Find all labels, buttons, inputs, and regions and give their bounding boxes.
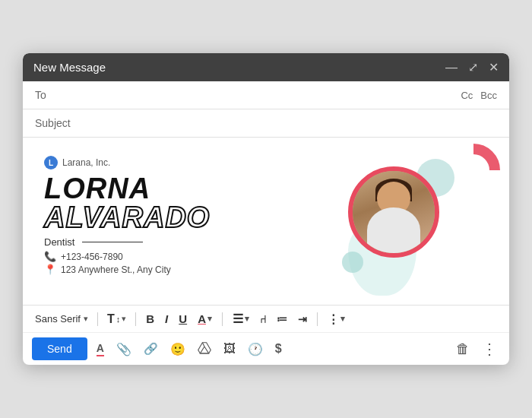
- font-size-button[interactable]: T ↕ ▾: [104, 311, 129, 328]
- titlebar: New Message — ⤢ ✕: [23, 53, 509, 81]
- bullet-list-button[interactable]: ≔: [273, 312, 291, 327]
- subject-label: Subject: [35, 117, 73, 129]
- bcc-button[interactable]: Bcc: [480, 90, 497, 101]
- more-options-icon: ⋮: [482, 340, 497, 357]
- brand-name: Larana, Inc.: [62, 157, 110, 168]
- send-button[interactable]: Send: [32, 337, 87, 360]
- location-icon: 📍: [44, 264, 56, 275]
- photo-icon: 🖼: [223, 342, 236, 356]
- clock-button[interactable]: 🕐: [245, 339, 266, 359]
- numbered-list-button[interactable]: ⑁: [256, 312, 270, 327]
- dollar-button[interactable]: $: [272, 339, 285, 359]
- format-toolbar: Sans Serif ▾ T ↕ ▾ B I U: [23, 306, 509, 333]
- divider-4: [317, 312, 318, 326]
- italic-label: I: [165, 312, 168, 325]
- align-chevron: ▾: [245, 314, 249, 324]
- profession-text: Dentist: [44, 236, 74, 248]
- maximize-button[interactable]: ⤢: [468, 62, 478, 74]
- divider-1: [97, 312, 98, 326]
- font-chevron-icon: ▾: [84, 314, 88, 324]
- window-controls: — ⤢ ✕: [445, 62, 499, 74]
- to-input[interactable]: [73, 89, 461, 101]
- font-family-select[interactable]: Sans Serif ▾: [32, 312, 91, 326]
- window-title: New Message: [33, 61, 106, 74]
- address-row: 📍 123 Anywhere St., Any City: [44, 264, 488, 275]
- business-card: L Larana, Inc. LORNA ALVARADO Dentist 📞 …: [32, 144, 500, 296]
- delete-icon: 🗑: [456, 341, 470, 356]
- attach-button[interactable]: 📎: [113, 339, 135, 359]
- more-format-icon: ⋮: [328, 312, 339, 326]
- indent-button[interactable]: ⇥: [294, 312, 311, 327]
- indent-icon: ⇥: [298, 313, 307, 325]
- phone-icon: 📞: [44, 251, 56, 262]
- drive-button[interactable]: [195, 339, 214, 359]
- emoji-button[interactable]: 🙂: [167, 339, 188, 359]
- font-size-chevron: ▾: [122, 314, 126, 324]
- profile-photo-frame: [348, 166, 439, 258]
- numbered-list-icon: ⑁: [260, 313, 266, 325]
- more-format-chevron: ▾: [340, 314, 345, 324]
- contact-info: 📞 +123-456-7890 📍 123 Anywhere St., Any …: [44, 251, 488, 275]
- teal-circle-small: [342, 252, 363, 273]
- text-color-icon: A: [97, 342, 104, 356]
- emoji-icon: 🙂: [170, 342, 185, 356]
- phone-number: +123-456-7890: [61, 252, 123, 262]
- text-color-button[interactable]: A: [93, 339, 107, 359]
- dollar-icon: $: [275, 342, 282, 356]
- font-color-label: A: [198, 312, 206, 325]
- toolbar: Sans Serif ▾ T ↕ ▾ B I U: [23, 305, 509, 365]
- address-text: 123 Anywhere St., Any City: [61, 264, 171, 275]
- more-format-button[interactable]: ⋮ ▾: [324, 311, 349, 328]
- align-icon: ☰: [233, 312, 243, 326]
- close-button[interactable]: ✕: [489, 62, 499, 74]
- divider-2: [135, 312, 136, 326]
- email-body[interactable]: L Larana, Inc. LORNA ALVARADO Dentist 📞 …: [23, 138, 509, 305]
- align-button[interactable]: ☰ ▾: [229, 310, 253, 328]
- action-toolbar: Send A 📎 🔗 🙂 🖼: [23, 333, 509, 365]
- cc-bcc-options: Cc Bcc: [461, 90, 497, 101]
- italic-button[interactable]: I: [161, 311, 172, 327]
- profile-photo: [353, 171, 435, 253]
- attach-icon: 📎: [116, 342, 131, 356]
- photo-button[interactable]: 🖼: [220, 339, 239, 359]
- font-color-chevron: ▾: [207, 314, 212, 324]
- clock-icon: 🕐: [248, 342, 263, 356]
- bullet-list-icon: ≔: [277, 313, 287, 325]
- font-size-small-t: ↕: [116, 315, 121, 324]
- font-color-button[interactable]: A ▾: [194, 311, 216, 327]
- font-family-label: Sans Serif: [35, 313, 81, 325]
- drive-icon: [198, 342, 211, 356]
- body: [367, 207, 420, 253]
- subject-input[interactable]: [73, 117, 497, 129]
- font-size-icon: T: [107, 312, 115, 326]
- link-icon: 🔗: [144, 342, 158, 356]
- brand-icon: L: [44, 156, 58, 169]
- minimize-button[interactable]: —: [445, 62, 458, 74]
- divider-3: [222, 312, 223, 326]
- bold-label: B: [146, 312, 154, 325]
- underline-label: U: [179, 312, 187, 325]
- bold-button[interactable]: B: [142, 311, 158, 327]
- underline-button[interactable]: U: [175, 311, 191, 327]
- link-button[interactable]: 🔗: [141, 339, 161, 359]
- compose-window: New Message — ⤢ ✕ To Cc Bcc Subject L: [23, 53, 509, 365]
- more-options-button[interactable]: ⋮: [479, 338, 500, 359]
- cc-button[interactable]: Cc: [461, 90, 473, 101]
- to-label: To: [35, 89, 73, 101]
- delete-button[interactable]: 🗑: [453, 338, 473, 360]
- to-row: To Cc Bcc: [23, 81, 509, 109]
- subject-row: Subject: [23, 109, 509, 138]
